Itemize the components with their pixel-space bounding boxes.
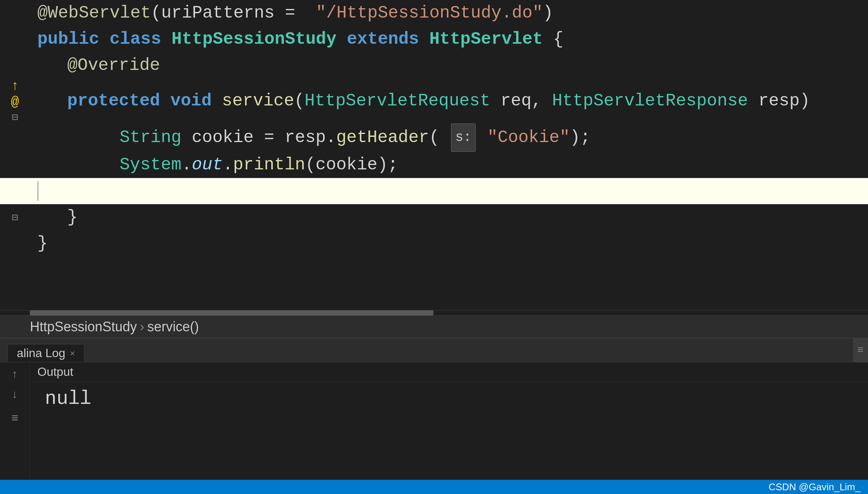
line-gutter — [0, 0, 30, 26]
breadcrumb-bar: HttpSessionStudy › service() — [0, 315, 868, 338]
keyword-class: class — [109, 26, 161, 52]
panel-tabs: alina Log × ≡ — [0, 338, 868, 362]
code-text: String cookie = resp. getHeader ( s: "Co… — [30, 123, 868, 152]
up-arrow-icon: ↑ — [11, 79, 19, 94]
panel-menu-icon[interactable]: ≡ — [858, 344, 864, 356]
breadcrumb-class: HttpSessionStudy — [30, 319, 137, 335]
override-annotation: @Override — [67, 52, 160, 79]
status-bar: CSDN @Gavin_Lim_ — [0, 480, 868, 494]
gutter-icons: ↑ @ ⊟ — [11, 79, 19, 123]
method-getheader: getHeader — [336, 125, 429, 151]
output-header: Output — [30, 362, 868, 382]
nav-down-button[interactable]: ↓ — [11, 389, 18, 401]
line-gutter: ⊟ — [0, 204, 30, 230]
code-container: @WebServlet(uriPatterns = "/HttpSessionS… — [0, 0, 868, 310]
keyword-public: public — [37, 26, 99, 52]
parent-class: HttpServlet — [429, 26, 543, 52]
output-label: Output — [30, 362, 81, 383]
code-text: public class HttpSessionStudy extends Ht… — [30, 26, 868, 52]
param-type-2: HttpServletResponse — [552, 88, 748, 114]
right-edge-bar: ≡ — [853, 338, 868, 362]
println-method: println — [233, 152, 305, 178]
line-gutter — [0, 178, 30, 204]
line-gutter — [0, 123, 30, 152]
out-field: out — [192, 152, 223, 178]
bottom-panel: alina Log × ≡ ↑ ↓ ≡ Output null — [0, 338, 868, 480]
method-name: service — [222, 88, 294, 114]
output-text: null — [45, 388, 92, 410]
line-gutter — [0, 26, 30, 52]
code-text — [30, 178, 868, 204]
hint-param: s: — [451, 123, 475, 152]
code-text — [30, 257, 868, 310]
nav-menu-button[interactable]: ≡ — [11, 412, 18, 426]
code-text: } — [30, 230, 868, 257]
code-line: String cookie = resp. getHeader ( s: "Co… — [0, 123, 868, 152]
line-gutter: ↑ @ ⊟ — [0, 79, 30, 123]
line-gutter — [0, 52, 30, 79]
fold-icon-2[interactable]: ⊟ — [12, 211, 18, 224]
code-line-empty — [0, 257, 868, 310]
code-line: System . out . println (cookie); — [0, 152, 868, 178]
code-line: ↑ @ ⊟ protected void service ( HttpServl… — [0, 79, 868, 123]
code-line: public class HttpSessionStudy extends Ht… — [0, 26, 868, 52]
code-line: @WebServlet(uriPatterns = "/HttpSessionS… — [0, 0, 868, 26]
code-text: } — [30, 204, 868, 230]
line-gutter — [0, 257, 30, 310]
annotation-text: @WebServlet — [37, 0, 151, 26]
code-line-current — [0, 178, 868, 204]
param-type-1: HttpServletRequest — [305, 88, 490, 114]
status-text: CSDN @Gavin_Lim_ — [769, 481, 861, 493]
code-text: @WebServlet(uriPatterns = "/HttpSessionS… — [30, 0, 868, 26]
at-icon: @ — [11, 95, 19, 110]
class-name: HttpSessionStudy — [172, 26, 337, 52]
nav-up-button[interactable]: ↑ — [11, 368, 18, 381]
type-string: String — [120, 125, 182, 151]
text-cursor — [37, 181, 38, 201]
code-line: @Override — [0, 52, 868, 79]
horizontal-scrollbar[interactable] — [0, 310, 868, 315]
breadcrumb-method: service() — [147, 319, 199, 335]
code-line: } — [0, 230, 868, 257]
code-text: protected void service ( HttpServletRequ… — [30, 79, 868, 123]
close-tab-button[interactable]: × — [70, 348, 75, 359]
code-text: System . out . println (cookie); — [30, 152, 868, 178]
panel-content: null — [30, 382, 868, 480]
keyword-void: void — [170, 88, 211, 114]
system-class: System — [120, 152, 182, 178]
panel-tab-log[interactable]: alina Log × — [7, 344, 84, 362]
code-line: ⊟ } — [0, 204, 868, 230]
keyword-protected: protected — [67, 88, 160, 114]
breadcrumb-separator: › — [140, 319, 144, 335]
fold-icon[interactable]: ⊟ — [12, 111, 18, 123]
keyword-extends: extends — [347, 26, 419, 52]
editor-area: @WebServlet(uriPatterns = "/HttpSessionS… — [0, 0, 868, 338]
line-gutter — [0, 230, 30, 257]
line-gutter — [0, 152, 30, 178]
code-text: @Override — [30, 52, 868, 79]
scrollbar-thumb[interactable] — [30, 310, 433, 316]
panel-tab-label: alina Log — [17, 346, 65, 360]
string-cookie: "Cookie" — [487, 125, 570, 151]
